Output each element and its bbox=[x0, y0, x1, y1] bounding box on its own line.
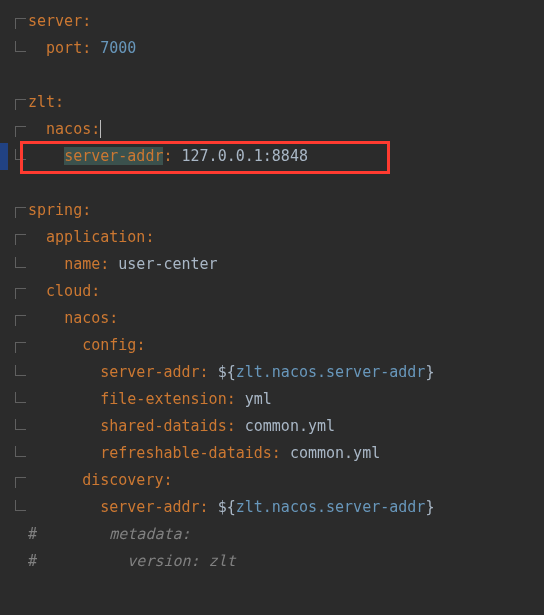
code-line bbox=[0, 170, 544, 197]
yaml-key: refreshable-dataids bbox=[100, 444, 272, 462]
yaml-key: server-addr bbox=[100, 363, 199, 381]
comment-hash: # bbox=[28, 525, 37, 543]
yaml-key: server-addr bbox=[64, 147, 163, 165]
code-line: file-extension: yml bbox=[0, 386, 544, 413]
yaml-key: file-extension bbox=[100, 390, 226, 408]
yaml-comment: version: zlt bbox=[127, 552, 235, 570]
code-line: server: bbox=[0, 8, 544, 35]
code-editor[interactable]: server: port: 7000 zlt: nacos: server-ad… bbox=[0, 0, 544, 575]
yaml-key: nacos bbox=[46, 120, 91, 138]
code-line: port: 7000 bbox=[0, 35, 544, 62]
code-line: server-addr: 127.0.0.1:8848 bbox=[0, 143, 544, 170]
code-line: discovery: bbox=[0, 467, 544, 494]
yaml-value: common.yml bbox=[245, 417, 335, 435]
code-line bbox=[0, 62, 544, 89]
code-line: application: bbox=[0, 224, 544, 251]
yaml-key: port bbox=[46, 39, 82, 57]
code-line: nacos: bbox=[0, 116, 544, 143]
code-line: nacos: bbox=[0, 305, 544, 332]
yaml-key: name bbox=[64, 255, 100, 273]
code-line: server-addr: ${zlt.nacos.server-addr} bbox=[0, 494, 544, 521]
yaml-key: server bbox=[28, 12, 82, 30]
yaml-value: 7000 bbox=[100, 39, 136, 57]
code-line: zlt: bbox=[0, 89, 544, 116]
yaml-key: server-addr bbox=[100, 498, 199, 516]
code-line: shared-dataids: common.yml bbox=[0, 413, 544, 440]
yaml-key: cloud bbox=[46, 282, 91, 300]
code-line: name: user-center bbox=[0, 251, 544, 278]
code-line: # version: zlt bbox=[0, 548, 544, 575]
text-cursor bbox=[100, 120, 101, 138]
line-selection-marker bbox=[0, 143, 8, 170]
yaml-key: spring bbox=[28, 201, 82, 219]
yaml-value: common.yml bbox=[290, 444, 380, 462]
yaml-key: zlt bbox=[28, 93, 55, 111]
code-line: refreshable-dataids: common.yml bbox=[0, 440, 544, 467]
yaml-key: application bbox=[46, 228, 145, 246]
code-line: config: bbox=[0, 332, 544, 359]
yaml-comment: metadata: bbox=[109, 525, 190, 543]
yaml-value: 127.0.0.1:8848 bbox=[182, 147, 308, 165]
yaml-reference: zlt.nacos.server-addr bbox=[236, 363, 426, 381]
yaml-key: config bbox=[82, 336, 136, 354]
yaml-key: discovery bbox=[82, 471, 163, 489]
yaml-value: user-center bbox=[118, 255, 217, 273]
yaml-value: yml bbox=[245, 390, 272, 408]
yaml-key: shared-dataids bbox=[100, 417, 226, 435]
code-line: spring: bbox=[0, 197, 544, 224]
code-line: cloud: bbox=[0, 278, 544, 305]
code-line: server-addr: ${zlt.nacos.server-addr} bbox=[0, 359, 544, 386]
comment-hash: # bbox=[28, 552, 37, 570]
code-line: # metadata: bbox=[0, 521, 544, 548]
yaml-key: nacos bbox=[64, 309, 109, 327]
yaml-reference: zlt.nacos.server-addr bbox=[236, 498, 426, 516]
